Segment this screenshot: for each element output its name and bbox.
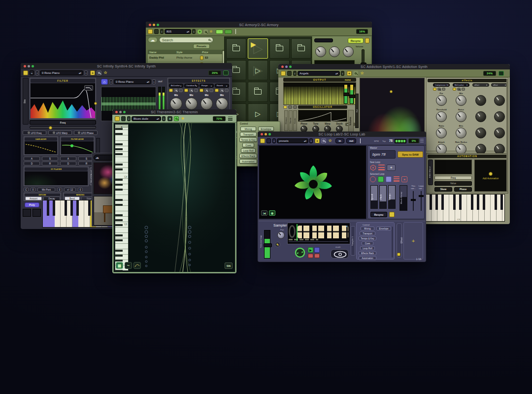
gain-r-button[interactable]: R bbox=[42, 162, 58, 165]
monitor-icon[interactable] bbox=[223, 70, 229, 75]
menu-item-mixing[interactable]: Mixing bbox=[361, 227, 374, 230]
menu-item-envelope[interactable]: Envelope bbox=[258, 127, 274, 131]
search-icon[interactable] bbox=[457, 88, 461, 91]
thru-rate-slider[interactable] bbox=[413, 191, 414, 211]
menu-item-mixing[interactable]: Mixing bbox=[240, 127, 256, 131]
toggle-a[interactable] bbox=[216, 30, 223, 34]
sine-mode-button[interactable]: ~ bbox=[125, 262, 132, 269]
close-button[interactable] bbox=[261, 133, 263, 135]
filter-display[interactable] bbox=[31, 83, 95, 118]
octave-tab[interactable]: Octave bbox=[284, 110, 288, 131]
phase-button[interactable]: Phase bbox=[454, 187, 472, 192]
mix-knob-1[interactable] bbox=[170, 98, 182, 110]
gain-s-button[interactable]: S bbox=[42, 157, 58, 161]
star-icon[interactable]: ★ bbox=[180, 116, 185, 121]
midi-icon[interactable]: ⌁ bbox=[30, 70, 34, 75]
fine-cell[interactable]: 0 bbox=[78, 188, 83, 192]
next-preset-button[interactable]: › bbox=[84, 70, 88, 75]
folder-icon[interactable] bbox=[433, 88, 436, 91]
menu-item-loop-roll[interactable]: Loop Roll bbox=[241, 148, 256, 153]
stack-icon[interactable] bbox=[394, 176, 399, 182]
octave-cell[interactable]: 0 bbox=[31, 188, 35, 192]
preset-selector[interactable]: 805▴▾ bbox=[165, 29, 191, 34]
gain-a-button[interactable]: A bbox=[24, 157, 40, 161]
pan-knob[interactable] bbox=[277, 231, 285, 239]
zoom-button[interactable] bbox=[157, 24, 159, 26]
grid-icon[interactable] bbox=[442, 88, 445, 91]
menu-item-transport[interactable]: Transport bbox=[360, 231, 375, 235]
eye-button[interactable]: ◉ bbox=[269, 210, 275, 216]
sync-to-daw-button[interactable]: Sync to DAW bbox=[398, 151, 423, 158]
lfo-freq-button[interactable]: LFO Freq bbox=[23, 131, 46, 135]
menu-item-cues[interactable]: Cues bbox=[242, 143, 254, 147]
effect-slot[interactable]: Overdrive B▾ bbox=[184, 84, 199, 88]
mod-pad-1[interactable] bbox=[23, 209, 31, 217]
menu-item-tempo-key[interactable]: Tempo & Key bbox=[239, 137, 257, 142]
midi-wheel-tab[interactable]: MIDI Wheel bbox=[428, 160, 433, 185]
osc-tab-2[interactable] bbox=[288, 105, 292, 109]
cents-tab[interactable]: Cents bbox=[293, 110, 297, 131]
grid-icon[interactable] bbox=[179, 89, 183, 92]
black-keys[interactable] bbox=[115, 125, 123, 270]
loop-toggle-icon[interactable] bbox=[294, 246, 306, 259]
ratio-knob[interactable] bbox=[436, 128, 447, 138]
bal-slider[interactable]: Bal bbox=[355, 94, 359, 128]
menu-item-envelope[interactable]: Envelope bbox=[376, 227, 391, 230]
power-icon[interactable] bbox=[23, 70, 28, 75]
armory-knob-1[interactable] bbox=[315, 46, 326, 57]
stack-icon[interactable] bbox=[378, 164, 385, 171]
chain-preset-selector[interactable]: 0 Reso Piano▴▾ bbox=[114, 79, 151, 84]
close-button[interactable] bbox=[24, 65, 26, 67]
rec-button[interactable] bbox=[308, 254, 313, 258]
armory-knob-3[interactable] bbox=[343, 46, 354, 57]
minimize-button[interactable] bbox=[265, 133, 267, 135]
pad-folder[interactable] bbox=[226, 38, 246, 59]
marker-dot-icon[interactable] bbox=[390, 90, 393, 93]
adsr-slider[interactable] bbox=[96, 138, 100, 154]
mix-knob-3[interactable] bbox=[200, 98, 213, 110]
mix-knob[interactable] bbox=[456, 95, 466, 106]
fx4-knob-2[interactable] bbox=[494, 111, 505, 122]
zoom-button[interactable] bbox=[123, 111, 126, 113]
mix-knob-4[interactable] bbox=[216, 98, 228, 110]
star-icon[interactable]: ☆ bbox=[209, 29, 213, 34]
search-icon[interactable] bbox=[353, 71, 358, 76]
volume-tab[interactable]: Volume bbox=[348, 110, 354, 132]
value-field[interactable]: Value bbox=[434, 181, 472, 186]
sample-waveform[interactable]: × bbox=[287, 223, 350, 244]
delete-loop-icon[interactable]: × bbox=[401, 176, 407, 182]
close-button[interactable] bbox=[281, 66, 284, 68]
play-button[interactable]: ▶ bbox=[308, 247, 313, 253]
midi-icon[interactable] bbox=[266, 138, 271, 143]
search-icon[interactable] bbox=[220, 89, 224, 92]
prev-preset-button[interactable]: ‹ bbox=[272, 138, 276, 143]
loop-circle-icon[interactable] bbox=[370, 176, 376, 182]
fraction-stepper[interactable]: 1 /16 bbox=[416, 258, 421, 261]
loops-rate-slider[interactable] bbox=[421, 191, 422, 211]
mod-pad-2[interactable] bbox=[33, 209, 41, 217]
hexagon-icon[interactable] bbox=[370, 164, 376, 171]
add-preset-icon[interactable]: + bbox=[315, 138, 320, 143]
folder-icon[interactable] bbox=[169, 89, 173, 92]
speed-slider[interactable]: Speed bbox=[370, 185, 378, 209]
add-preset-icon[interactable]: + bbox=[347, 71, 352, 76]
mode-eye-button[interactable] bbox=[331, 249, 349, 259]
selected-loop-fader[interactable] bbox=[264, 230, 270, 259]
skip-back-button[interactable]: |◀ bbox=[261, 210, 267, 216]
effect-slot[interactable]: BitCrusher▾ bbox=[169, 84, 183, 88]
mix-knob-2[interactable] bbox=[185, 98, 198, 110]
folder-icon[interactable] bbox=[184, 89, 188, 92]
power-icon[interactable] bbox=[148, 29, 153, 34]
poly-button[interactable]: Poly bbox=[25, 202, 39, 207]
add-preset-icon[interactable]: + bbox=[198, 30, 202, 34]
search-icon[interactable] bbox=[189, 89, 193, 92]
fx4-knob-3[interactable] bbox=[494, 128, 505, 138]
grid-icon[interactable] bbox=[225, 89, 229, 92]
preset-selector[interactable]: 0 Reso Piano▴▾ bbox=[40, 70, 83, 75]
block-decay-slider[interactable]: Block Decay bbox=[399, 185, 407, 211]
effect-slot[interactable]: Reverb▾ bbox=[215, 84, 229, 88]
grid-icon[interactable] bbox=[462, 88, 465, 91]
osc-tab-3[interactable] bbox=[293, 105, 297, 109]
search-icon[interactable] bbox=[174, 89, 178, 92]
toggle-b[interactable] bbox=[225, 30, 232, 34]
